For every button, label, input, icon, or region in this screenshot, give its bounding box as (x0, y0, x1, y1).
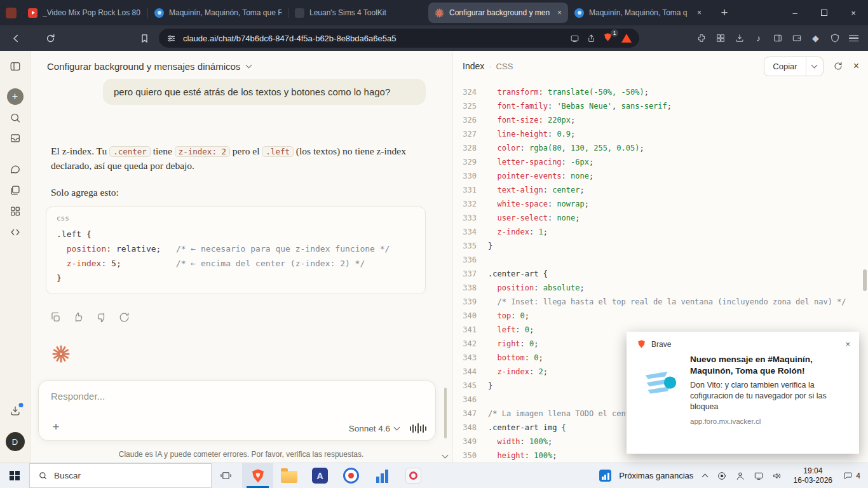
refresh-artifact-button[interactable] (833, 61, 844, 72)
thumbs-down-button[interactable] (95, 311, 107, 323)
line-number: 331 (455, 183, 477, 197)
line-number: 329 (455, 155, 477, 169)
chat-scrollbar[interactable] (444, 388, 447, 438)
taskbar-recorder-app-icon[interactable] (398, 463, 429, 488)
line-number: 341 (455, 323, 477, 337)
attach-button[interactable]: + (48, 419, 64, 435)
wallet-icon[interactable] (791, 33, 802, 44)
close-artifact-button[interactable]: × (853, 60, 859, 72)
tray-user-icon[interactable] (735, 470, 745, 481)
artifact-scrollbar[interactable] (863, 269, 867, 291)
reload-button[interactable] (41, 29, 60, 48)
taskbar-search[interactable]: Buscar (29, 463, 212, 488)
conversation-title: Configurar background y mensajes dinámic… (47, 61, 240, 72)
action-center-button[interactable]: 4 (843, 471, 863, 480)
maximize-button[interactable] (810, 0, 839, 25)
tab-close-icon[interactable]: × (697, 8, 702, 17)
updates-tray-button[interactable] (9, 405, 21, 417)
downloads-icon[interactable] (734, 33, 745, 44)
notification-close-icon[interactable]: × (845, 339, 850, 349)
code-text: line-height: 0.9; (488, 127, 575, 141)
taskbar-browser-app-icon[interactable] (336, 463, 367, 488)
taskbar-file-explorer-icon[interactable] (273, 463, 304, 488)
vpn-shield-icon[interactable] (829, 33, 840, 44)
sidebar-toggle-icon[interactable] (772, 33, 783, 44)
media-hub-icon[interactable]: ♪ (753, 33, 764, 44)
code-line: 336 (452, 253, 868, 267)
code-line: .left { (46, 227, 425, 241)
brave-shields-icon[interactable]: 1 (603, 32, 614, 44)
copy-options-button[interactable] (806, 57, 823, 76)
copy-code-button[interactable]: Copiar (764, 57, 823, 76)
tiles-icon[interactable] (715, 33, 726, 44)
tab-close-icon[interactable]: × (557, 8, 562, 17)
taskbar-stats-app-icon[interactable] (367, 463, 398, 488)
projects-button[interactable] (9, 184, 21, 196)
apps-grid-button[interactable] (9, 205, 21, 217)
tray-status-icon[interactable] (716, 470, 727, 481)
code-text: font-size: 220px; (488, 113, 575, 127)
tray-volume-icon[interactable] (771, 470, 782, 481)
brave-rewards-icon[interactable] (621, 34, 632, 43)
bookmarks-button[interactable] (135, 29, 154, 48)
message-composer[interactable]: Responder... + Sonnet 4.6 (38, 380, 436, 441)
tray-display-icon[interactable] (753, 470, 764, 481)
taskbar-a-app-icon[interactable]: A (304, 463, 336, 488)
chat-header[interactable]: Configurar background y mensajes dinámic… (31, 51, 452, 81)
address-bar[interactable]: claude.ai/chat/b74b6dc6-847d-4f5a-b62b-8… (159, 29, 639, 48)
code-line: 334 z-index: 1; (452, 225, 868, 239)
model-selector[interactable]: Sonnet 4.6 (349, 424, 399, 433)
forum-app-icon (641, 364, 680, 403)
code-text: left: 0; (488, 323, 534, 337)
line-number: 327 (455, 127, 477, 141)
chevron-down-icon (811, 62, 818, 69)
sidebar-toggle-button[interactable] (9, 60, 21, 72)
copy-button[interactable] (50, 311, 62, 323)
thumbs-up-button[interactable] (72, 311, 85, 323)
retry-button[interactable] (118, 311, 130, 323)
browser-tab[interactable]: Maquinín, Maquinón, Toma que R (148, 3, 288, 23)
earnings-widget-icon[interactable] (599, 470, 611, 482)
screen: _Video Mix Pop Rock Los 80 -Maquinín, Ma… (0, 0, 868, 488)
notification-texts: Nuevo mensaje en #Maquinín, Maquinón, To… (690, 354, 849, 425)
code-line: 340 top: 0; (452, 309, 868, 323)
voice-input-icon[interactable] (410, 423, 426, 434)
taskbar-brave-icon[interactable] (242, 463, 273, 488)
leo-ai-icon[interactable]: ◆ (810, 33, 821, 44)
browser-tab[interactable]: Configurar background y men× (428, 3, 568, 23)
menu-icon[interactable] (848, 33, 859, 44)
user-avatar[interactable]: D (6, 432, 25, 451)
back-button[interactable] (6, 29, 25, 48)
code-text: position: absolute; (488, 281, 585, 295)
bar-chart-icon (376, 469, 388, 483)
new-tab-button[interactable]: + (715, 4, 733, 22)
browser-tab[interactable]: _Video Mix Pop Rock Los 80 - (22, 3, 147, 23)
taskbar-clock[interactable]: 19:04 16-03-2026 (790, 466, 836, 485)
code-button[interactable] (9, 226, 21, 238)
browser-tab[interactable]: Leuan's Sims 4 ToolKit (288, 3, 428, 23)
notification-toast[interactable]: Brave × Nuevo mensaje en #Maquinín, Maqu… (627, 332, 859, 454)
site-settings-icon[interactable] (166, 34, 176, 43)
search-button[interactable] (9, 112, 21, 124)
cast-icon[interactable] (570, 34, 580, 43)
line-number: 343 (455, 351, 477, 365)
chats-button[interactable] (9, 163, 21, 175)
windows-logo-icon (10, 471, 20, 481)
show-hidden-icons-button[interactable] (701, 472, 709, 479)
code-line: 325 font-family: 'Bebas Neue', sans-seri… (452, 99, 868, 113)
minimize-button[interactable]: – (780, 0, 810, 25)
browser-logo-icon[interactable] (6, 8, 17, 18)
browser-tab[interactable]: Maquinín, Maquinón, Toma q× (568, 3, 708, 23)
code-line: 329 letter-spacing: -6px; (452, 155, 868, 169)
folder-icon (281, 471, 297, 483)
extensions-puzzle-icon[interactable] (696, 33, 707, 44)
start-button[interactable] (0, 463, 29, 488)
new-chat-button[interactable]: + (7, 88, 24, 105)
code-line: 339 /* Inset: llega hasta el top real de… (452, 295, 868, 309)
inbox-button[interactable] (9, 132, 21, 144)
earnings-widget-label[interactable]: Próximas ganancias (619, 471, 693, 480)
code-line: } (46, 271, 425, 285)
close-window-button[interactable]: × (839, 0, 868, 25)
share-icon[interactable] (587, 34, 596, 43)
task-view-button[interactable] (212, 463, 240, 488)
